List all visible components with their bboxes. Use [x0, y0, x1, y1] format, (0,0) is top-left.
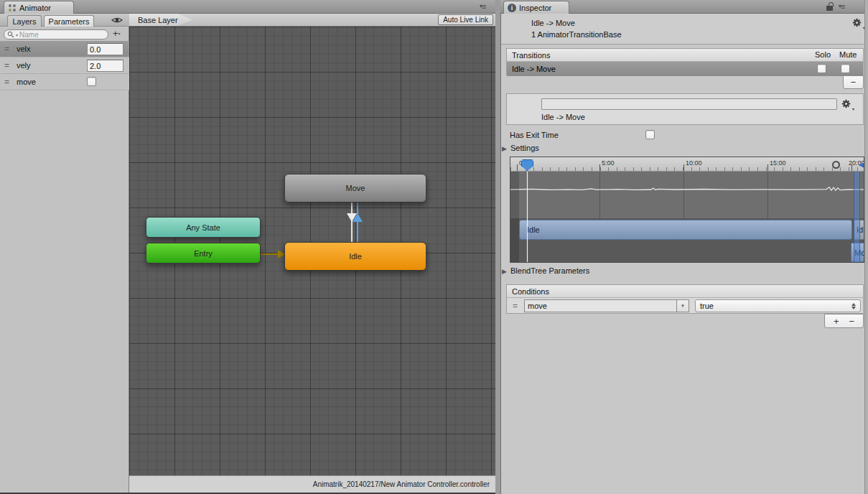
transition-end-band[interactable] — [854, 157, 860, 263]
source-state-bar-label: Idle — [527, 225, 540, 234]
dropdown-updown-icon — [851, 303, 856, 309]
parameter-value-field[interactable] — [87, 43, 123, 55]
tab-animator[interactable]: Animator — [4, 1, 74, 14]
conditions-header-label: Conditions — [512, 287, 549, 296]
tab-layers[interactable]: Layers — [7, 15, 42, 27]
mute-column-label: Mute — [839, 50, 857, 59]
parameter-name: vely — [17, 61, 31, 70]
condition-parameter-dropdown[interactable]: move ▼ — [524, 299, 689, 312]
breadcrumb-base-layer[interactable]: Base Layer — [129, 14, 192, 26]
playhead-line — [527, 172, 528, 263]
transition-idle-to-move-line-selected[interactable] — [357, 202, 358, 243]
layers-tab-label: Layers — [12, 17, 36, 26]
gear-icon[interactable]: ▾ — [841, 99, 854, 110]
ruler-label: 15:00 — [770, 159, 786, 167]
inspector-scrollbar[interactable] — [864, 0, 868, 494]
has-exit-time-checkbox[interactable] — [645, 130, 655, 139]
parameter-row-vely[interactable]: = vely — [0, 57, 129, 74]
controller-path-label: Animatrik_20140217/New Animator Controll… — [313, 480, 490, 488]
drag-handle-icon[interactable]: = — [4, 77, 9, 87]
auto-live-link-button[interactable]: Auto Live Link — [438, 14, 493, 25]
inspector-subtitle: 1 AnimatorTransitionBase — [531, 30, 622, 39]
transitions-group: Transitions Solo Mute Idle -> Move — [506, 48, 864, 75]
gear-icon[interactable]: ▾ — [852, 18, 865, 29]
transition-arrow-up-icon[interactable] — [353, 213, 363, 222]
inspector-panel-menu-icon[interactable]: ▾≡ — [839, 2, 844, 11]
search-placeholder: Name — [19, 31, 39, 39]
inspector-title: Idle -> Move — [531, 19, 575, 27]
unity-editor: Animator ▾≡ Layers Parameters ▾ Name +▾ … — [0, 0, 868, 494]
ruler-major-tick — [767, 164, 768, 171]
preview-waveform — [510, 177, 864, 202]
window-divider[interactable] — [495, 0, 500, 494]
destination-state-track — [510, 241, 864, 263]
minus-label: − — [851, 77, 857, 88]
state-label: Entry — [194, 249, 213, 258]
remove-condition-button[interactable]: − — [849, 316, 855, 327]
condition-value: true — [696, 302, 851, 310]
transition-move-to-idle-line[interactable] — [351, 202, 353, 243]
transitions-header: Transitions Solo Mute — [507, 49, 863, 62]
ruler-label: 10:00 — [686, 159, 702, 167]
eye-icon[interactable] — [111, 17, 123, 24]
timeline-ruler[interactable]: 0:00 5:00 10:00 15:00 20:00 ◀ — [510, 157, 864, 172]
settings-foldout-label[interactable]: Settings — [510, 144, 539, 152]
blendtree-foldout-label[interactable]: BlendTree Parameters — [510, 266, 589, 275]
state-node-any-state[interactable]: Any State — [146, 217, 261, 238]
blendtree-foldout-arrow-icon[interactable]: ▶ — [502, 268, 507, 275]
condition-drag-handle-icon[interactable]: = — [513, 301, 518, 311]
inspector-tabbar: i Inspector ▾≡ — [500, 0, 868, 14]
mute-checkbox[interactable] — [841, 64, 850, 73]
state-node-move[interactable]: Move — [284, 174, 426, 202]
drag-handle-icon[interactable]: = — [4, 44, 9, 54]
ruler-major-tick — [517, 164, 518, 171]
transition-row-label: Idle -> Move — [512, 65, 556, 73]
state-label: Idle — [349, 252, 362, 261]
entry-transition-line[interactable] — [261, 253, 279, 255]
dropdown-caret-icon: ▼ — [676, 300, 689, 312]
end-marker-icon[interactable]: ◀ — [859, 160, 864, 169]
remove-transition-button[interactable]: − — [843, 75, 864, 89]
lock-icon[interactable] — [826, 2, 834, 11]
parameter-row-velx[interactable]: = velx — [0, 41, 129, 57]
parameter-name: velx — [17, 45, 31, 53]
conditions-group: Conditions = move ▼ true — [506, 284, 864, 314]
parameter-search-input[interactable]: ▾ Name — [4, 29, 108, 39]
inspector-header: Idle -> Move 1 AnimatorTransitionBase ▾ — [501, 14, 864, 45]
drag-handle-icon[interactable]: = — [4, 60, 9, 70]
add-parameter-button[interactable]: +▾ — [113, 28, 126, 39]
condition-value-dropdown[interactable]: true — [695, 299, 861, 312]
parameter-checkbox[interactable] — [87, 77, 96, 86]
search-filter-caret-icon: ▾ — [16, 32, 18, 37]
state-node-entry[interactable]: Entry — [146, 243, 261, 264]
parameter-value-field[interactable] — [87, 60, 123, 72]
state-label: Any State — [186, 223, 220, 232]
inspector-tab-label: Inspector — [519, 4, 551, 12]
tab-inspector[interactable]: i Inspector — [503, 1, 569, 14]
transition-row-idle-to-move[interactable]: Idle -> Move — [507, 62, 863, 76]
conditions-header: Conditions — [507, 285, 863, 298]
solo-column-label: Solo — [815, 50, 831, 59]
loop-indicator-icon[interactable] — [832, 161, 840, 169]
add-condition-button[interactable]: + — [834, 316, 839, 327]
source-state-bar-idle[interactable]: Idle — [519, 220, 852, 240]
tab-parameters[interactable]: Parameters — [44, 15, 94, 27]
transition-timeline[interactable]: Idle Idle Move 0:00 5:00 10:00 15:00 20:… — [510, 157, 864, 263]
breadcrumb-label: Base Layer — [138, 16, 178, 24]
solo-checkbox[interactable] — [817, 64, 826, 73]
animator-panel-menu-icon[interactable]: ▾≡ — [480, 2, 485, 11]
parameter-name: move — [17, 78, 36, 86]
auto-live-link-label: Auto Live Link — [443, 16, 488, 24]
timeline-left-shade — [510, 172, 519, 263]
settings-foldout-arrow-icon[interactable]: ▶ — [502, 145, 507, 152]
has-exit-time-label: Has Exit Time — [510, 131, 559, 139]
parameter-row-move[interactable]: = move — [0, 74, 129, 90]
parameters-tab-label: Parameters — [49, 17, 90, 26]
ruler-minor-ticks — [510, 167, 864, 171]
animator-tab-label: Animator — [19, 4, 51, 12]
transition-name-input[interactable] — [541, 98, 837, 110]
state-node-idle[interactable]: Idle — [284, 242, 426, 271]
ruler-label: 5:00 — [602, 159, 615, 167]
conditions-add-remove-buttons: + − — [824, 314, 864, 328]
transitions-header-label: Transitions — [512, 51, 550, 60]
